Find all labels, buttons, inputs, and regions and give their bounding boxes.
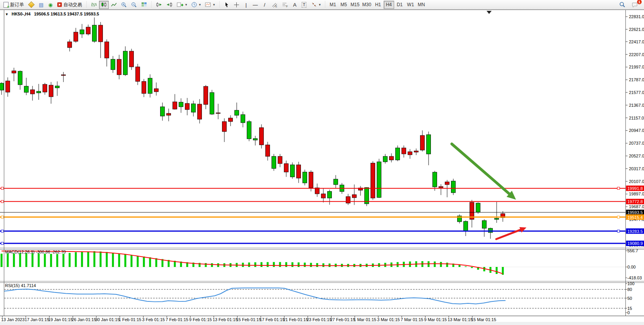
chart-menu-dropdown-icon[interactable]: ▼ <box>5 12 9 16</box>
bull-candle <box>247 121 251 139</box>
search-icon <box>619 2 625 8</box>
bull-candle <box>191 104 196 112</box>
horizontal-line-tool-button[interactable]: — <box>251 1 260 9</box>
bear-candle <box>420 135 425 150</box>
dropdown-caret-icon: ▾ <box>213 3 215 7</box>
svg-text:30 Jan 01:15: 30 Jan 01:15 <box>95 317 120 322</box>
bear-candle <box>216 113 220 114</box>
svg-text:556.7: 556.7 <box>627 248 638 253</box>
time-axis: 13 Jan 202317 Jan 01:1519 Jan 01:1526 Ja… <box>1 316 496 322</box>
bull-candle <box>303 172 307 183</box>
indicators-button[interactable]: ▾ <box>175 1 189 9</box>
bear-candle <box>389 156 394 160</box>
bear-candle <box>439 186 443 188</box>
cursor-tool-button[interactable] <box>222 1 231 9</box>
bull-candle <box>253 139 258 140</box>
dropdown-caret-icon: ▾ <box>319 3 321 7</box>
svg-text:13 Mar 01:15: 13 Mar 01:15 <box>448 317 473 322</box>
label-tool-button[interactable]: T <box>300 1 309 9</box>
tab-timeframe-m15[interactable]: M15 <box>349 1 360 9</box>
bull-candle <box>396 148 400 160</box>
zoom-in-icon <box>121 2 127 8</box>
chart-shift-button[interactable] <box>164 1 174 9</box>
tab-timeframe-m1[interactable]: M1 <box>328 1 338 9</box>
bull-candle <box>37 91 41 93</box>
tab-timeframe-d1[interactable]: D1 <box>395 1 405 9</box>
label-tool-icon: T <box>302 2 307 8</box>
chart-shift-icon <box>166 2 173 7</box>
new-order-button[interactable]: 新订单 <box>2 1 26 9</box>
svg-text:21 Feb 01:15: 21 Feb 01:15 <box>283 317 308 322</box>
svg-text:F: F <box>286 5 288 8</box>
market-watch-button[interactable] <box>26 1 36 9</box>
bear-candle <box>352 195 357 198</box>
periods-button[interactable]: ▾ <box>190 1 203 9</box>
bull-candle <box>489 228 493 233</box>
svg-text:7 Mar 01:15: 7 Mar 01:15 <box>401 317 424 322</box>
templates-button[interactable]: ▾ <box>203 1 217 9</box>
add-indicator-icon <box>177 2 183 7</box>
tab-timeframe-m5[interactable]: M5 <box>338 1 349 9</box>
svg-text:3 Feb 01:15: 3 Feb 01:15 <box>142 317 165 322</box>
line-chart-button[interactable] <box>109 1 119 9</box>
svg-text:21577.0: 21577.0 <box>629 90 644 95</box>
chart-area[interactable]: 22831.022621.022417.022207.021997.021787… <box>0 0 644 325</box>
data-window-button[interactable]: ▤ <box>37 1 46 9</box>
tile-windows-button[interactable] <box>139 1 149 9</box>
crosshair-tool-button[interactable] <box>232 1 241 9</box>
svg-text:15 Feb 01:15: 15 Feb 01:15 <box>236 317 261 322</box>
svg-text:27 Feb 01:15: 27 Feb 01:15 <box>330 317 355 322</box>
tab-timeframe-mn[interactable]: MN <box>416 1 427 9</box>
svg-text:15: 15 <box>627 306 632 311</box>
autotrading-label: 自动交易 <box>63 2 82 8</box>
svg-text:20527.0: 20527.0 <box>629 154 644 158</box>
svg-text:19897.0: 19897.0 <box>629 192 644 196</box>
bull-candle <box>272 156 276 168</box>
text-tool-button[interactable]: A <box>290 1 299 9</box>
bull-candle <box>464 221 468 231</box>
notifications-button[interactable]: 1 <box>630 1 640 9</box>
tab-timeframe-m30[interactable]: M30 <box>361 1 372 9</box>
data-window-icon: ▤ <box>39 2 43 7</box>
crosshair-icon <box>234 2 239 8</box>
bear-candle <box>266 145 270 156</box>
trendline-tool-button[interactable]: / <box>260 1 269 9</box>
svg-text:19593.5: 19593.5 <box>627 210 643 215</box>
bear-candle <box>371 163 375 198</box>
zoom-out-button[interactable] <box>129 1 139 9</box>
bar-chart-button[interactable] <box>89 1 99 9</box>
bull-candle <box>111 59 115 70</box>
template-icon <box>205 2 211 7</box>
search-button[interactable] <box>617 1 627 9</box>
tab-timeframe-h1[interactable]: H1 <box>373 1 383 9</box>
vertical-line-tool-button[interactable]: | <box>242 1 251 9</box>
channel-tool-button[interactable]: E <box>270 1 280 9</box>
bear-candle <box>173 102 177 109</box>
svg-text:19991.8: 19991.8 <box>627 186 643 191</box>
main-toolbar: 新订单 ▤ ◉ 自动交易 ▾ ▾ ▾ <box>0 0 644 10</box>
tab-timeframe-h4[interactable]: H4 <box>384 1 394 9</box>
bull-candle <box>80 30 84 34</box>
zoom-in-button[interactable] <box>119 1 129 9</box>
bear-candle <box>130 51 134 67</box>
auto-scroll-button[interactable] <box>154 1 164 9</box>
svg-text:-418.03: -418.03 <box>627 275 642 280</box>
arrows-tool-button[interactable]: ▾ <box>309 1 323 9</box>
svg-text:19080.9: 19080.9 <box>627 241 643 246</box>
toolbar-grip <box>218 1 221 8</box>
bull-candle <box>123 51 128 75</box>
fibonacci-tool-button[interactable]: F <box>280 1 290 9</box>
bear-candle <box>222 121 227 132</box>
bear-candle <box>346 197 350 203</box>
auto-scroll-icon <box>156 2 162 7</box>
candlestick-chart-button[interactable] <box>99 1 109 9</box>
navigator-button[interactable]: ◉ <box>46 1 55 9</box>
svg-text:E: E <box>275 5 277 8</box>
svg-text:20947.0: 20947.0 <box>629 128 644 133</box>
bear-candle <box>309 172 313 188</box>
svg-text:13 Feb 01:15: 13 Feb 01:15 <box>213 317 238 322</box>
tab-timeframe-w1[interactable]: W1 <box>405 1 416 9</box>
svg-text:17 Feb 01:15: 17 Feb 01:15 <box>260 317 285 322</box>
autotrading-button[interactable]: 自动交易 <box>55 1 84 9</box>
bear-candle <box>142 81 146 93</box>
